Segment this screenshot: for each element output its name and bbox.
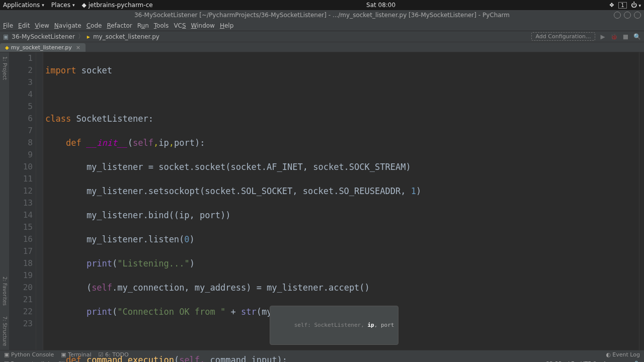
menu-file[interactable]: File <box>3 22 13 29</box>
menubar: File Edit View Navigate Code Refactor Ru… <box>0 20 644 31</box>
menu-navigate[interactable]: Navigate <box>54 22 82 29</box>
breadcrumb-project[interactable]: 36-MySocketListener <box>12 33 75 40</box>
editor-tab[interactable]: ◆ my_socket_listener.py × <box>0 43 86 52</box>
add-configuration-button[interactable]: Add Configuration... <box>531 32 596 41</box>
menu-help[interactable]: Help <box>220 22 233 29</box>
run-icon: ▶ <box>600 33 605 40</box>
editor-area: 1: Project 2: Favorites 7: Structure 123… <box>0 52 644 350</box>
menu-window[interactable]: Window <box>191 22 215 29</box>
menu-vcs[interactable]: VCS <box>174 22 186 29</box>
running-app[interactable]: ◆ jetbrains-pycharm-ce <box>82 2 153 9</box>
python-file-icon: ▸ <box>87 33 90 40</box>
menu-tools[interactable]: Tools <box>154 22 169 29</box>
window-titlebar: 36-MySocketListener [~/PycharmProjects/3… <box>0 10 644 20</box>
status-icon: ☐ <box>4 360 9 363</box>
stop-icon: ■ <box>623 33 628 40</box>
editor-scrollbar[interactable] <box>639 52 644 350</box>
debug-icon: 🐞 <box>610 33 618 40</box>
project-tool[interactable]: 1: Project <box>2 56 8 80</box>
search-everywhere-icon[interactable]: 🔍 <box>633 33 641 40</box>
parameter-info-popup: self: SocketListener, ip, port <box>270 306 398 345</box>
code-editor[interactable]: import socket class SocketListener: def … <box>43 52 639 350</box>
applications-menu[interactable]: Applications ▾ <box>3 2 44 9</box>
minimize-button[interactable] <box>614 12 621 19</box>
breadcrumb-file[interactable]: my_socket_listener.py <box>93 33 159 40</box>
menu-refactor[interactable]: Refactor <box>107 22 132 29</box>
system-menu[interactable]: ⏻ ▾ <box>631 2 641 9</box>
maximize-button[interactable] <box>624 12 631 19</box>
python-file-icon: ◆ <box>5 45 9 50</box>
tray-icon[interactable]: ❖ <box>609 2 614 9</box>
clock: Sat 08:00 <box>366 2 395 9</box>
structure-tool[interactable]: 7: Structure <box>2 316 8 346</box>
navigation-bar: ▣ 36-MySocketListener 〉 ▸ my_socket_list… <box>0 31 644 42</box>
favorites-tool[interactable]: 2: Favorites <box>2 277 8 306</box>
line-number-gutter: 1234567891011121314151617181920212223 <box>9 52 36 350</box>
gnome-top-panel: Applications ▾ Places ▾ ◆ jetbrains-pych… <box>0 0 644 10</box>
close-button[interactable] <box>634 12 641 19</box>
menu-edit[interactable]: Edit <box>18 22 30 29</box>
close-tab-icon[interactable]: × <box>76 44 80 51</box>
fold-gutter <box>36 52 43 350</box>
menu-run[interactable]: Run <box>137 22 149 29</box>
folder-icon: ▣ <box>3 33 9 40</box>
editor-tabbar: ◆ my_socket_listener.py × <box>0 42 644 52</box>
places-menu[interactable]: Places ▾ <box>51 2 75 9</box>
left-tool-strip: 1: Project 2: Favorites 7: Structure <box>0 52 9 350</box>
menu-view[interactable]: View <box>35 22 49 29</box>
menu-code[interactable]: Code <box>87 22 102 29</box>
workspace-indicator[interactable]: 1 <box>618 2 626 9</box>
